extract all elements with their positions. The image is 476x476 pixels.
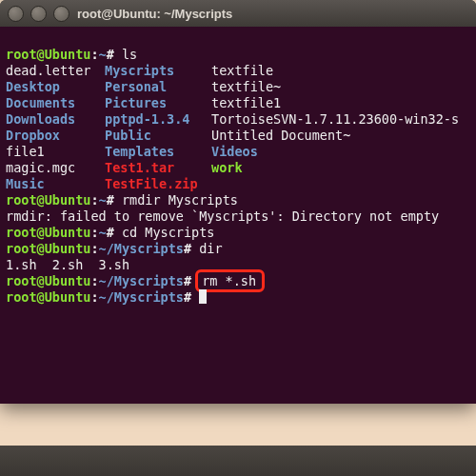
command: dir bbox=[199, 241, 222, 256]
ls-item: Test1.tar bbox=[105, 160, 211, 176]
prompt-user: root@Ubuntu bbox=[6, 225, 90, 240]
command: rm *.sh bbox=[202, 273, 256, 288]
ls-item: dead.letter bbox=[6, 63, 105, 79]
ls-item: Untitled Document~ bbox=[211, 128, 350, 143]
ls-item: TestFile.zip bbox=[105, 176, 211, 192]
close-icon[interactable] bbox=[8, 6, 24, 22]
minimize-icon[interactable] bbox=[30, 6, 47, 22]
ls-item: Music bbox=[6, 176, 105, 192]
prompt-path: ~ bbox=[99, 225, 107, 240]
window-title: root@Ubuntu: ~/Myscripts bbox=[77, 7, 232, 21]
ls-item: file1 bbox=[6, 144, 105, 160]
output-line: rmdir: failed to remove `Myscripts': Dir… bbox=[6, 208, 439, 224]
ls-item: textfile1 bbox=[211, 95, 281, 110]
prompt-path: ~/Myscripts bbox=[99, 241, 184, 256]
command: cd Myscripts bbox=[122, 225, 215, 240]
ls-item: pptpd-1.3.4 bbox=[105, 111, 211, 128]
maximize-icon[interactable] bbox=[53, 6, 69, 22]
ls-item: Public bbox=[105, 128, 211, 144]
prompt-path: ~ bbox=[99, 47, 107, 62]
command: ls bbox=[122, 47, 137, 62]
ls-item: Personal bbox=[105, 79, 211, 95]
prompt-user: root@Ubuntu bbox=[6, 273, 90, 288]
ls-item: Desktop bbox=[6, 79, 105, 95]
ls-item: magic.mgc bbox=[6, 160, 105, 176]
terminal-window: root@Ubuntu: ~/Myscripts root@Ubuntu:~# … bbox=[0, 0, 476, 404]
terminal-body[interactable]: root@Ubuntu:~# ls dead.letterMyscriptste… bbox=[0, 27, 476, 404]
ls-item: Dropbox bbox=[6, 128, 105, 144]
ls-item: Documents bbox=[6, 95, 105, 111]
ls-item: Templates bbox=[105, 144, 211, 160]
ls-item: TortoiseSVN-1.7.11.23600-win32-s bbox=[211, 111, 459, 127]
window-controls bbox=[8, 6, 69, 22]
prompt-user: root@Ubuntu bbox=[6, 192, 90, 208]
ls-item: textfile~ bbox=[211, 79, 281, 94]
prompt-user: root@Ubuntu bbox=[6, 289, 90, 305]
ls-item: work bbox=[211, 160, 243, 175]
prompt-path: ~/Myscripts bbox=[99, 273, 184, 288]
cursor-icon bbox=[199, 289, 207, 304]
command: rmdir Myscripts bbox=[122, 192, 238, 208]
ls-item: Myscripts bbox=[105, 63, 211, 79]
ls-item: textfile bbox=[211, 63, 273, 78]
output-line: 1.sh 2.sh 3.sh bbox=[6, 257, 129, 272]
prompt-user: root@Ubuntu bbox=[6, 47, 90, 62]
ls-item: Pictures bbox=[105, 95, 211, 111]
ls-item: Videos bbox=[211, 144, 258, 159]
prompt-path: ~ bbox=[99, 192, 107, 208]
bottom-panel[interactable] bbox=[0, 446, 476, 476]
prompt-path: ~/Myscripts bbox=[99, 289, 184, 305]
titlebar[interactable]: root@Ubuntu: ~/Myscripts bbox=[0, 0, 476, 27]
prompt-user: root@Ubuntu bbox=[6, 241, 90, 256]
ls-item: Downloads bbox=[6, 111, 105, 128]
